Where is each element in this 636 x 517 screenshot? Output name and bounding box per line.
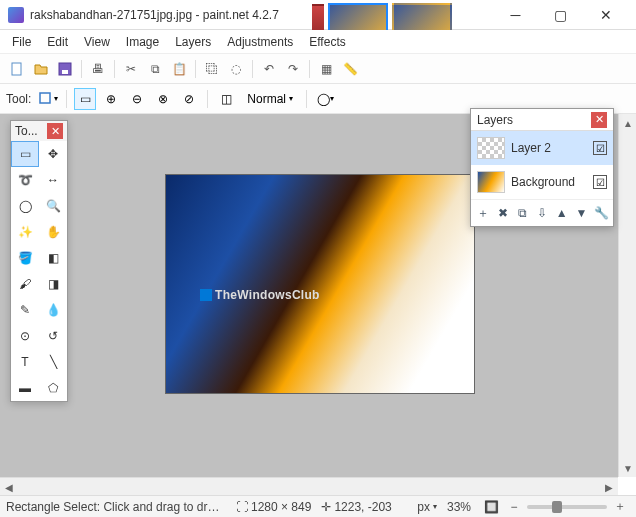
tool-pencil[interactable]: ✎ [11,297,39,323]
current-tool-dropdown[interactable]: ▾ [37,88,59,110]
tool-gradient[interactable]: ◧ [39,245,67,271]
layers-panel-header[interactable]: Layers ✕ [471,109,613,131]
tool-lasso-select[interactable]: ➰ [11,167,39,193]
menu-image[interactable]: Image [118,32,167,52]
tools-panel-title: To... [15,124,38,138]
layer-row[interactable]: Layer 2 ☑ [471,131,613,165]
svg-rect-3 [40,93,50,103]
selection-replace[interactable]: ▭ [74,88,96,110]
copy-button[interactable]: ⧉ [144,58,166,80]
layer-add-button[interactable]: ＋ [474,204,492,222]
canvas-image[interactable] [165,174,475,394]
tool-line[interactable]: ╲ [39,349,67,375]
layer-visible-checkbox[interactable]: ☑ [593,141,607,155]
menu-adjustments[interactable]: Adjustments [219,32,301,52]
scroll-up-icon[interactable]: ▲ [619,114,636,132]
layer-merge-button[interactable]: ⇩ [533,204,551,222]
watermark: TheWindowsClub [200,286,320,302]
print-button[interactable]: 🖶 [87,58,109,80]
scroll-right-icon[interactable]: ▶ [600,478,618,496]
tool-text[interactable]: T [11,349,39,375]
crop-button[interactable]: ⿻ [201,58,223,80]
horizontal-scrollbar[interactable]: ◀ ▶ [0,477,618,495]
tool-paint-bucket[interactable]: 🪣 [11,245,39,271]
menu-file[interactable]: File [4,32,39,52]
dimensions-icon: ⛶ [236,500,248,514]
selection-add[interactable]: ⊕ [100,88,122,110]
layer-up-button[interactable]: ▲ [553,204,571,222]
tool-color-picker[interactable]: 💧 [39,297,67,323]
shape-dropdown[interactable]: ◯▾ [314,88,336,110]
tool-rectangle-shape[interactable]: ▬ [11,375,39,401]
status-cursor: ✛ 1223, -203 [321,500,391,514]
tool-move-selection[interactable]: ✥ [39,141,67,167]
cut-button[interactable]: ✂ [120,58,142,80]
selection-intersect[interactable]: ⊗ [152,88,174,110]
tool-clone-stamp[interactable]: ⊙ [11,323,39,349]
vertical-scrollbar[interactable]: ▲ ▼ [618,114,636,477]
new-button[interactable] [6,58,28,80]
flood-mode[interactable]: ◫ [215,88,237,110]
layers-panel-title: Layers [477,113,513,127]
zoom-in-icon[interactable]: ＋ [610,497,630,517]
undo-button[interactable]: ↶ [258,58,280,80]
layer-row[interactable]: Background ☑ [471,165,613,199]
ruler-button[interactable]: 📏 [339,58,361,80]
scroll-left-icon[interactable]: ◀ [0,478,18,496]
redo-button[interactable]: ↷ [282,58,304,80]
tool-ellipse-select[interactable]: ◯ [11,193,39,219]
tools-panel-close[interactable]: ✕ [47,123,63,139]
tool-recolor[interactable]: ↺ [39,323,67,349]
open-button[interactable] [30,58,52,80]
layers-panel: Layers ✕ Layer 2 ☑ Background ☑ ＋ ✖ ⧉ ⇩ … [470,108,614,227]
layer-visible-checkbox[interactable]: ☑ [593,175,607,189]
save-button[interactable] [54,58,76,80]
tool-move-pixels[interactable]: ↔ [39,167,67,193]
selection-invert[interactable]: ⊘ [178,88,200,110]
status-dimensions: ⛶ 1280 × 849 [236,500,311,514]
blend-mode-value: Normal [247,92,286,106]
zoom-window-icon[interactable]: 🔲 [481,497,501,517]
layers-panel-close[interactable]: ✕ [591,112,607,128]
deselect-button[interactable]: ◌ [225,58,247,80]
zoom-slider[interactable] [527,505,607,509]
paste-button[interactable]: 📋 [168,58,190,80]
main-toolbar: 🖶 ✂ ⧉ 📋 ⿻ ◌ ↶ ↷ ▦ 📏 [0,54,636,84]
layer-properties-button[interactable]: 🔧 [592,204,610,222]
layer-down-button[interactable]: ▼ [573,204,591,222]
menu-view[interactable]: View [76,32,118,52]
menu-edit[interactable]: Edit [39,32,76,52]
minimize-button[interactable]: ─ [493,0,538,30]
selection-subtract[interactable]: ⊖ [126,88,148,110]
menubar: File Edit View Image Layers Adjustments … [0,30,636,54]
tool-rectangle-select[interactable]: ▭ [11,141,39,167]
layer-duplicate-button[interactable]: ⧉ [513,204,531,222]
tool-eraser[interactable]: ◨ [39,271,67,297]
maximize-button[interactable]: ▢ [538,0,583,30]
tool-pan[interactable]: ✋ [39,219,67,245]
layer-thumbnail [477,137,505,159]
svg-rect-0 [12,63,21,75]
tool-paintbrush[interactable]: 🖌 [11,271,39,297]
zoom-out-icon[interactable]: − [504,497,524,517]
grid-button[interactable]: ▦ [315,58,337,80]
status-hint: Rectangle Select: Click and drag to draw… [6,500,226,514]
tool-magic-wand[interactable]: ✨ [11,219,39,245]
tool-shapes[interactable]: ⬠ [39,375,67,401]
blend-mode-dropdown[interactable]: Normal▾ [241,90,299,108]
app-icon [8,7,24,23]
layer-delete-button[interactable]: ✖ [494,204,512,222]
close-button[interactable]: ✕ [583,0,628,30]
menu-layers[interactable]: Layers [167,32,219,52]
tools-panel: To... ✕ ▭ ✥ ➰ ↔ ◯ 🔍 ✨ ✋ 🪣 ◧ 🖌 ◨ ✎ 💧 ⊙ ↺ … [10,120,68,402]
zoom-value[interactable]: 33% [447,500,471,514]
window-controls: ─ ▢ ✕ [493,0,628,30]
tools-panel-header[interactable]: To... ✕ [11,121,67,141]
tool-zoom[interactable]: 🔍 [39,193,67,219]
layers-footer: ＋ ✖ ⧉ ⇩ ▲ ▼ 🔧 [471,199,613,226]
menu-effects[interactable]: Effects [301,32,353,52]
svg-rect-2 [62,70,68,74]
unit-selector[interactable]: px▾ [417,500,437,514]
scroll-down-icon[interactable]: ▼ [619,459,636,477]
layer-thumbnail [477,171,505,193]
